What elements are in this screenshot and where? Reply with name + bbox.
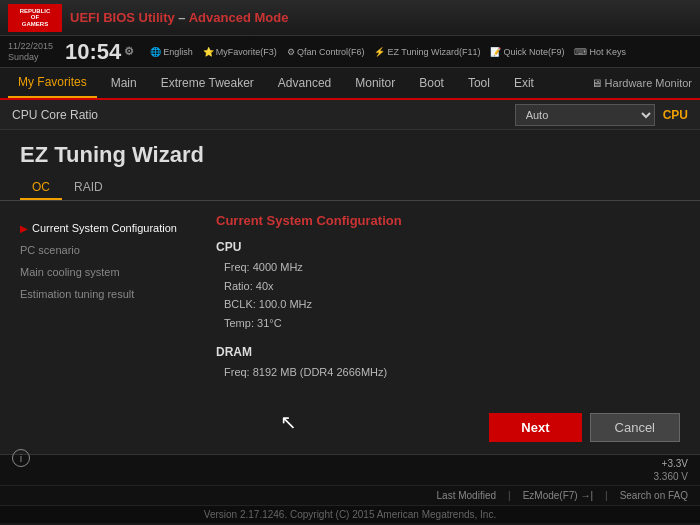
ez-tuning-link[interactable]: ⚡ EZ Tuning Wizard(F11): [374, 47, 480, 57]
time-bar: 11/22/2015 Sunday 10:54 ⚙ 🌐 English ⭐ My…: [0, 36, 700, 68]
star-icon: ⭐: [203, 47, 214, 57]
dram-section-title: DRAM: [216, 345, 684, 359]
wizard-body: ▶ Current System Configuration PC scenar…: [0, 201, 700, 405]
next-button[interactable]: Next: [489, 413, 581, 442]
monitor-icon: 🖥: [591, 77, 602, 89]
dram-details: Freq: 8192 MB (DDR4 2666MHz): [216, 363, 684, 382]
sub-bar-label: CPU Core Ratio: [12, 108, 98, 122]
nav-monitor[interactable]: Monitor: [345, 68, 405, 98]
time-area: 10:54 ⚙: [65, 39, 134, 65]
header-bar: REPUBLICOFGAMERS UEFI BIOS Utility – Adv…: [0, 0, 700, 36]
wizard-content: Current System Configuration CPU Freq: 4…: [200, 201, 700, 405]
voltage-bar: +3.3V 3.360 V: [0, 455, 700, 486]
hot-keys-link[interactable]: ⌨ Hot Keys: [574, 47, 626, 57]
cpu-details: Freq: 4000 MHz Ratio: 40x BCLK: 100.0 MH…: [216, 258, 684, 333]
faq-link[interactable]: Search on FAQ: [620, 490, 688, 501]
nav-advanced[interactable]: Advanced: [268, 68, 341, 98]
wizard-steps: ▶ Current System Configuration PC scenar…: [0, 201, 200, 405]
nav-main[interactable]: Main: [101, 68, 147, 98]
hardware-monitor-link[interactable]: 🖥 Hardware Monitor: [591, 77, 692, 89]
sub-bar-cpu: CPU: [663, 108, 688, 122]
config-title: Current System Configuration: [216, 213, 684, 228]
logo-area: REPUBLICOFGAMERS UEFI BIOS Utility – Adv…: [8, 4, 288, 32]
sub-bar: CPU Core Ratio Auto CPU: [0, 100, 700, 130]
wizard-title: EZ Tuning Wizard: [20, 142, 680, 168]
lightning-icon: ⚡: [374, 47, 385, 57]
globe-icon: 🌐: [150, 47, 161, 57]
cpu-section-title: CPU: [216, 240, 684, 254]
wizard-tabs: OC RAID: [0, 176, 700, 201]
buttons-row: Next Cancel: [0, 405, 700, 454]
bios-title: UEFI BIOS Utility – Advanced Mode: [70, 10, 288, 25]
myfavorite-link[interactable]: ⭐ MyFavorite(F3): [203, 47, 277, 57]
voltage-info: +3.3V 3.360 V: [654, 457, 688, 483]
nav-bar: My Favorites Main Extreme Tweaker Advanc…: [0, 68, 700, 100]
dram-section: DRAM Freq: 8192 MB (DDR4 2666MHz): [216, 345, 684, 382]
sub-bar-right: Auto CPU: [515, 104, 688, 126]
language-link[interactable]: 🌐 English: [150, 47, 193, 57]
step-cooling[interactable]: Main cooling system: [12, 261, 188, 283]
nav-boot[interactable]: Boot: [409, 68, 454, 98]
tab-raid[interactable]: RAID: [62, 176, 115, 200]
main-content: EZ Tuning Wizard OC RAID ▶ Current Syste…: [0, 130, 700, 454]
cpu-section: CPU Freq: 4000 MHz Ratio: 40x BCLK: 100.…: [216, 240, 684, 333]
step-estimation[interactable]: Estimation tuning result: [12, 283, 188, 305]
gear-icon[interactable]: ⚙: [124, 45, 134, 58]
nav-exit[interactable]: Exit: [504, 68, 544, 98]
rog-logo: REPUBLICOFGAMERS: [8, 4, 62, 32]
date-area: 11/22/2015 Sunday: [8, 41, 53, 63]
fan-icon: ⚙: [287, 47, 295, 57]
last-modified-link[interactable]: Last Modified: [437, 490, 496, 501]
step-current-config[interactable]: ▶ Current System Configuration: [12, 217, 188, 239]
step-pc-scenario[interactable]: PC scenario: [12, 239, 188, 261]
bottom-status-bar: Last Modified | EzMode(F7) →| | Search o…: [0, 486, 700, 505]
qfan-link[interactable]: ⚙ Qfan Control(F6): [287, 47, 365, 57]
time-bar-links: 🌐 English ⭐ MyFavorite(F3) ⚙ Qfan Contro…: [150, 47, 692, 57]
bottom-area: +3.3V 3.360 V Last Modified | EzMode(F7)…: [0, 454, 700, 523]
keyboard-icon: ⌨: [574, 47, 587, 57]
version-bar: Version 2.17.1246. Copyright (C) 2015 Am…: [0, 505, 700, 523]
note-icon: 📝: [490, 47, 501, 57]
ezmode-link[interactable]: EzMode(F7) →|: [523, 490, 593, 501]
nav-my-favorites[interactable]: My Favorites: [8, 68, 97, 98]
info-icon[interactable]: i: [12, 449, 30, 467]
wizard-title-area: EZ Tuning Wizard: [0, 130, 700, 176]
nav-tool[interactable]: Tool: [458, 68, 500, 98]
cpu-ratio-dropdown[interactable]: Auto: [515, 104, 655, 126]
quick-note-link[interactable]: 📝 Quick Note(F9): [490, 47, 564, 57]
tab-oc[interactable]: OC: [20, 176, 62, 200]
nav-extreme-tweaker[interactable]: Extreme Tweaker: [151, 68, 264, 98]
voltage-value: 3.360 V: [654, 470, 688, 483]
cancel-button[interactable]: Cancel: [590, 413, 680, 442]
voltage-label: +3.3V: [654, 457, 688, 470]
step-arrow-icon: ▶: [20, 223, 28, 234]
